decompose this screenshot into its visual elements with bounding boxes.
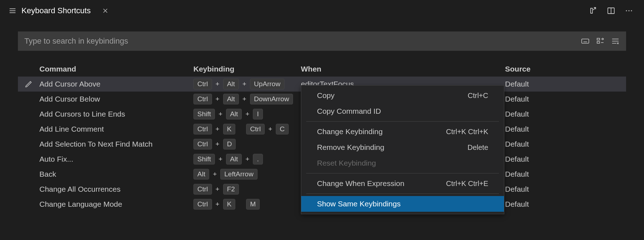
menu-item-shortcut: Ctrl+K Ctrl+K [446, 128, 488, 136]
menu-item-label: Reset Keybinding [317, 159, 376, 167]
menu-item[interactable]: Change When ExpressionCtrl+K Ctrl+E [301, 176, 504, 191]
titlebar: Keyboard Shortcuts [0, 0, 644, 21]
key-separator: + [215, 185, 220, 193]
record-keys-icon[interactable] [581, 37, 590, 45]
key-cap: D [223, 139, 236, 150]
table-header: Command Keybinding When Source [18, 62, 626, 77]
key-separator: + [245, 110, 250, 118]
open-keybindings-json-button[interactable] [589, 6, 597, 15]
menu-item-label: Change When Expression [317, 179, 404, 188]
edit-icon-cell [18, 80, 39, 88]
col-when[interactable]: When [301, 63, 505, 75]
key-cap: . [253, 154, 263, 165]
col-keybinding[interactable]: Keybinding [193, 63, 301, 75]
key-separator: + [215, 95, 220, 103]
source-cell: Default [505, 200, 552, 209]
col-command[interactable]: Command [39, 63, 193, 75]
key-separator: + [245, 155, 250, 163]
col-source[interactable]: Source [505, 63, 552, 75]
menu-separator [306, 173, 499, 173]
menu-item-shortcut: Ctrl+K Ctrl+E [446, 180, 488, 188]
menu-item: Reset Keybinding [301, 155, 504, 171]
menu-item[interactable]: Show Same Keybindings [301, 196, 504, 212]
key-separator: + [242, 80, 247, 88]
key-separator: + [212, 170, 217, 178]
key-cap: Alt [226, 109, 242, 119]
keybinding-cell: Shift+Alt+I [193, 109, 301, 119]
command-cell: Add Line Comment [39, 125, 193, 133]
key-cap: LeftArrow [220, 169, 257, 180]
source-cell: Default [505, 80, 552, 88]
keybinding-cell: Ctrl+D [193, 139, 301, 150]
key-cap: Alt [223, 94, 239, 104]
menu-item-label: Remove Keybinding [317, 143, 384, 152]
menu-item-label: Change Keybinding [317, 127, 383, 136]
menu-item[interactable]: Copy Command ID [301, 103, 504, 119]
search-actions [581, 37, 620, 45]
key-cap: C [276, 124, 289, 134]
key-separator: + [215, 140, 220, 148]
key-cap: Ctrl [193, 124, 212, 134]
search-input[interactable] [24, 36, 581, 46]
source-cell: Default [505, 185, 552, 194]
command-cell: Add Selection To Next Find Match [39, 140, 193, 148]
key-cap: Ctrl [193, 79, 212, 89]
keybinding-cell: Ctrl+KM [193, 199, 301, 210]
menu-separator [306, 121, 499, 122]
menu-item-shortcut: Delete [467, 143, 488, 152]
command-cell: Change Language Mode [39, 200, 193, 209]
source-cell: Default [505, 110, 552, 118]
key-separator: + [215, 200, 220, 208]
menu-item-shortcut: Ctrl+C [468, 92, 488, 100]
key-cap: Shift [193, 109, 215, 119]
key-cap: K [223, 199, 236, 210]
menu-item[interactable]: Change KeybindingCtrl+K Ctrl+K [301, 124, 504, 139]
key-cap: M [246, 199, 260, 210]
svg-rect-10 [582, 39, 589, 43]
keybinding-cell: Alt+LeftArrow [193, 169, 301, 180]
context-menu: CopyCtrl+CCopy Command IDChange Keybindi… [301, 85, 504, 214]
svg-point-7 [626, 10, 627, 11]
key-separator: + [215, 125, 220, 133]
menu-item-label: Copy [317, 91, 335, 100]
search-bar [18, 31, 626, 51]
key-separator: + [242, 95, 247, 103]
key-cap: Alt [226, 154, 242, 165]
close-tab-button[interactable] [102, 8, 109, 14]
key-separator: + [218, 155, 223, 163]
keybinding-cell: Ctrl+Alt+UpArrow [193, 79, 301, 89]
clear-search-icon[interactable] [611, 37, 620, 45]
menu-item[interactable]: CopyCtrl+C [301, 88, 504, 103]
key-separator: + [215, 80, 220, 88]
key-cap: K [223, 124, 236, 134]
key-cap: Ctrl [193, 94, 212, 104]
menu-item[interactable]: Remove KeybindingDelete [301, 139, 504, 155]
menu-item-label: Copy Command ID [317, 107, 381, 116]
key-cap: UpArrow [250, 79, 284, 89]
hamburger-icon [9, 7, 16, 15]
titlebar-actions [589, 6, 644, 15]
source-cell: Default [505, 140, 552, 148]
key-separator: + [268, 125, 273, 133]
keybinding-cell: Ctrl+F2 [193, 184, 301, 195]
split-editor-button[interactable] [607, 6, 615, 15]
key-cap: Alt [223, 79, 239, 89]
command-cell: Back [39, 170, 193, 178]
keybinding-cell: Ctrl+Alt+DownArrow [193, 94, 301, 104]
menu-separator [306, 194, 499, 194]
svg-point-8 [628, 10, 629, 11]
key-cap: DownArrow [250, 94, 293, 104]
sort-by-precedence-icon[interactable] [596, 37, 605, 45]
pencil-icon[interactable] [25, 80, 33, 88]
source-cell: Default [505, 95, 552, 103]
key-cap: I [253, 109, 263, 119]
active-tab[interactable]: Keyboard Shortcuts [0, 0, 117, 21]
source-cell: Default [505, 170, 552, 178]
command-cell: Auto Fix... [39, 155, 193, 163]
source-cell: Default [505, 125, 552, 133]
command-cell: Add Cursor Below [39, 95, 193, 103]
more-actions-button[interactable] [625, 6, 633, 15]
key-separator: + [218, 110, 223, 118]
menu-item-label: Show Same Keybindings [317, 200, 400, 208]
key-cap: Shift [193, 154, 215, 165]
